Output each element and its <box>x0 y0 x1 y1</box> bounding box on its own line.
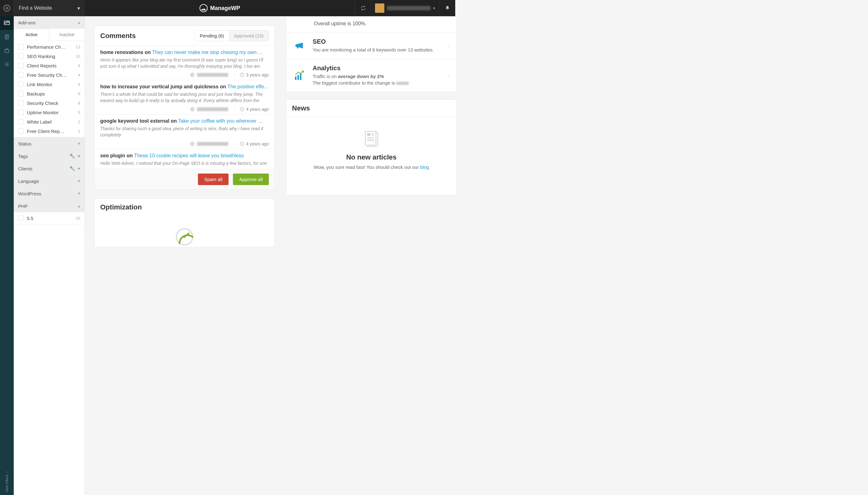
filter-item[interactable]: Performance Ch… 13 <box>14 42 85 51</box>
filter-item[interactable]: 5.5 10 <box>14 214 85 223</box>
user-name <box>387 6 430 10</box>
comment-item[interactable]: how to increase your vertical jump and q… <box>95 80 274 114</box>
chevron-down-icon: ▾ <box>78 153 80 159</box>
comments-panel: Comments Pending (6) Approved (15) home … <box>94 25 275 190</box>
nav-dashboard[interactable] <box>0 16 14 30</box>
spam-all-button[interactable]: Spam all <box>198 173 228 185</box>
filter-count: 9 <box>78 91 80 96</box>
svg-rect-18 <box>367 133 370 136</box>
caret-down-icon: ▾ <box>433 6 435 11</box>
comments-tabs: Pending (6) Approved (15) <box>194 30 269 41</box>
filter-item[interactable]: Link Monitor 4 <box>14 80 85 89</box>
comment-post-link[interactable]: These 10 cookie recipes will leave you b… <box>134 153 243 158</box>
filter-wordpress-header[interactable]: WordPress ▾ <box>14 187 85 200</box>
brand: ManageWP <box>85 4 355 12</box>
filter-clients-header[interactable]: Clients 🔧▾ <box>14 162 85 175</box>
chevron-right-icon: › <box>448 42 450 49</box>
filter-count: 10 <box>76 54 80 59</box>
filter-label: SEO Ranking <box>27 54 76 59</box>
filter-item[interactable]: White Label 2 <box>14 117 85 126</box>
checkbox[interactable] <box>18 44 24 50</box>
filter-tags-header[interactable]: Tags 🔧▾ <box>14 150 85 162</box>
comment-title: google keyword tool external on Take you… <box>100 118 269 124</box>
chevron-up-icon: ▴ <box>78 203 80 209</box>
user-menu[interactable]: ▾ <box>371 0 439 16</box>
checkbox[interactable] <box>18 100 24 106</box>
optimization-title: Optimization <box>100 203 142 211</box>
filter-language-header[interactable]: Language ▾ <box>14 175 85 187</box>
svg-point-13 <box>184 236 185 238</box>
brand-logo-icon <box>200 4 208 12</box>
filter-count: 8 <box>78 101 80 105</box>
clipboard-icon <box>4 34 10 40</box>
analytics-icon <box>293 70 305 82</box>
filter-item[interactable]: SEO Ranking 10 <box>14 51 85 61</box>
widget-desc: Traffic is on average down by 2% The big… <box>312 73 442 86</box>
filter-item[interactable]: Free Client Rep… 1 <box>14 126 85 136</box>
comment-post-link[interactable]: They can never make me stop chasing my o… <box>152 50 263 55</box>
filter-count: 1 <box>78 129 80 134</box>
notifications-button[interactable] <box>439 0 455 16</box>
tab-approved[interactable]: Approved (15) <box>229 31 269 41</box>
comment-post-link[interactable]: The positive effe… <box>227 84 269 89</box>
checkbox[interactable] <box>18 82 24 87</box>
plus-circle-icon <box>3 4 11 12</box>
news-panel: News No new articles Wow, you sure read … <box>286 100 455 195</box>
filter-item[interactable]: Free Security Ch… 4 <box>14 70 85 80</box>
checkbox[interactable] <box>18 53 24 59</box>
filter-item[interactable]: Client Reports 4 <box>14 61 85 70</box>
comment-time: 4 years ago <box>235 107 269 112</box>
checkbox[interactable] <box>18 215 24 221</box>
filter-item[interactable]: Security Check 8 <box>14 98 85 108</box>
checkbox[interactable] <box>18 63 24 68</box>
filter-label: Client Reports <box>27 63 78 68</box>
refresh-button[interactable] <box>355 0 371 16</box>
checkbox[interactable] <box>18 119 24 124</box>
filter-count: 4 <box>78 82 80 87</box>
svg-rect-17 <box>365 131 376 145</box>
chevron-down-icon: ▾ <box>78 166 80 171</box>
add-site-button[interactable] <box>0 0 14 16</box>
comment-title: home renovations on They can never make … <box>100 50 269 55</box>
tab-pending[interactable]: Pending (6) <box>195 31 229 41</box>
svg-rect-16 <box>300 73 302 80</box>
widget-title: SEO <box>312 38 442 45</box>
widget-seo[interactable]: SEO You are monitoring a total of 6 keyw… <box>286 32 455 59</box>
find-website-dropdown[interactable]: Find a Website ▾ <box>14 0 85 16</box>
filter-label: Performance Ch… <box>27 44 76 50</box>
overview-widgets: Overall uptime is 100%. SEO You are moni… <box>286 16 455 92</box>
chevron-down-icon: ▾ <box>78 178 80 184</box>
filter-addons-header[interactable]: Add-ons ▴ <box>14 16 85 29</box>
nav-toolbox[interactable] <box>0 44 14 57</box>
filter-item[interactable]: Backups 9 <box>14 89 85 98</box>
checkbox[interactable] <box>18 72 24 78</box>
checkbox[interactable] <box>18 109 24 115</box>
clock-icon <box>240 73 244 77</box>
filter-php-header[interactable]: PHP ▴ <box>14 200 85 212</box>
widget-analytics[interactable]: Analytics Traffic is on average down by … <box>286 59 455 92</box>
comment-item[interactable]: google keyword tool external on Take you… <box>95 114 274 149</box>
comment-item[interactable]: home renovations on They can never make … <box>95 46 274 80</box>
tab-active[interactable]: Active <box>14 29 49 41</box>
refresh-icon <box>360 5 366 11</box>
monitor-icon <box>4 20 10 26</box>
nav-clipboard[interactable] <box>0 30 14 44</box>
approve-all-button[interactable]: Approve all <box>233 173 269 185</box>
filter-label: Free Client Rep… <box>27 129 78 134</box>
filter-addons: Add-ons ▴ Active Inactive Performance Ch… <box>14 16 85 137</box>
filter-status-header[interactable]: Status ▾ <box>14 137 85 150</box>
nav-settings[interactable] <box>0 57 14 71</box>
comments-title: Comments <box>100 32 136 40</box>
comment-body: Hello Web Admin, I noticed that your On-… <box>100 160 269 167</box>
checkbox[interactable] <box>18 91 24 97</box>
comment-post-link[interactable]: Take your coffee with you wherever … <box>178 118 263 124</box>
bell-icon <box>445 5 450 11</box>
checkbox[interactable] <box>18 128 24 134</box>
blog-link[interactable]: blog <box>420 165 429 170</box>
tab-inactive[interactable]: Inactive <box>49 29 85 40</box>
optimization-panel: Optimization <box>94 199 275 247</box>
widget-desc: You are monitoring a total of 6 keywords… <box>312 47 442 53</box>
comment-item[interactable]: seo plugin on These 10 cookie recipes wi… <box>95 149 274 169</box>
chevron-right-icon: › <box>448 72 450 79</box>
filter-item[interactable]: Uptime Monitor 5 <box>14 108 85 117</box>
